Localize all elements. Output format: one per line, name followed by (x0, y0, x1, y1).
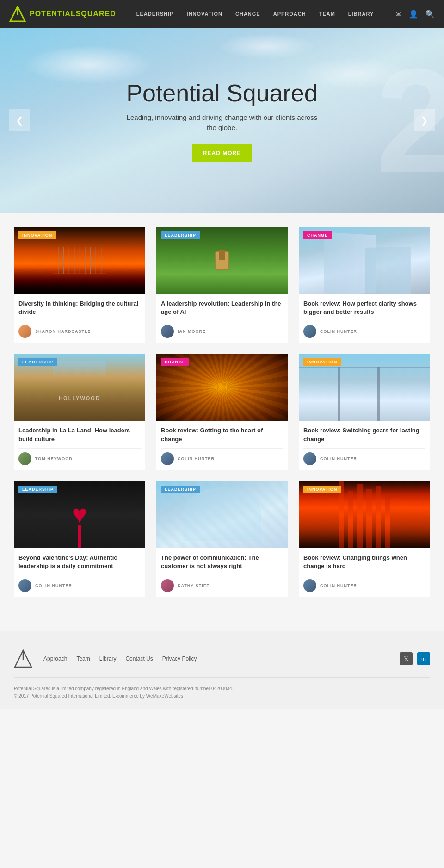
card-1-avatar (18, 325, 31, 338)
card-4-author-name: TOM HEYWOOD (35, 456, 73, 461)
card-5[interactable]: CHANGE Book review: Getting to the heart… (156, 354, 288, 469)
footer-link-library[interactable]: Library (99, 656, 117, 662)
hero-prev-button[interactable]: ❮ (9, 109, 30, 131)
card-4-avatar (18, 452, 31, 465)
card-9-tag: INNOVATION (303, 486, 341, 493)
card-8-body: The power of communication: The customer… (156, 548, 288, 597)
card-6-author: COLIN HUNTER (303, 448, 426, 465)
card-5-image: CHANGE (156, 354, 288, 421)
footer: Approach Team Library Contact Us Privacy… (0, 631, 444, 709)
card-3-image: CHANGE (299, 227, 430, 294)
twitter-icon[interactable]: 𝕏 (400, 652, 413, 665)
card-5-title: Book review: Getting to the heart of cha… (161, 426, 283, 443)
card-1-tag: INNOVATION (18, 231, 56, 239)
hero-cta-button[interactable]: READ MORE (192, 144, 252, 162)
card-1-title: Diversity in thinking: Bridging the cult… (18, 300, 141, 316)
card-4-image: HOLLYWOOD LEADERSHIP (14, 354, 145, 421)
nav-link-change[interactable]: CHANGE (229, 2, 267, 26)
nav-link-team[interactable]: TEAM (313, 2, 342, 26)
footer-link-approach[interactable]: Approach (43, 656, 67, 662)
hero-next-button[interactable]: ❯ (414, 109, 435, 131)
card-2-image: LEADERSHIP (156, 227, 288, 294)
footer-inner: Approach Team Library Contact Us Privacy… (14, 649, 430, 700)
footer-link-privacy[interactable]: Privacy Policy (162, 656, 197, 662)
card-4-author: TOM HEYWOOD (18, 448, 141, 465)
card-3-avatar (303, 325, 316, 338)
card-6-avatar (303, 452, 316, 465)
card-9-avatar (303, 579, 316, 592)
card-8-tag: LEADERSHIP (161, 486, 200, 493)
card-2[interactable]: LEADERSHIP A leadership revolution: Lead… (156, 227, 288, 343)
card-9-author-name: COLIN HUNTER (320, 583, 357, 588)
card-5-author: COLIN HUNTER (161, 448, 283, 465)
card-3-author: COLIN HUNTER (303, 321, 426, 338)
card-8-author: KATHY STIFF (161, 575, 283, 592)
card-1-body: Diversity in thinking: Bridging the cult… (14, 294, 145, 343)
card-2-avatar (161, 325, 174, 338)
card-1-image: INNOVATION (14, 227, 145, 294)
card-6[interactable]: INNOVATION Book review: Switching gears … (299, 354, 430, 469)
nav-link-approach[interactable]: APPROACH (267, 2, 313, 26)
hero-subtitle: Leading, innovating and driving change w… (125, 112, 319, 133)
footer-copyright-1: Potential Squared is a limited company r… (14, 685, 430, 693)
content-section: INNOVATION Diversity in thinking: Bridgi… (0, 227, 444, 626)
card-4-tag: LEADERSHIP (18, 358, 57, 366)
footer-link-contact[interactable]: Contact Us (125, 656, 153, 662)
card-2-author: IAN MOORE (161, 321, 283, 338)
card-7[interactable]: ♥ LEADERSHIP Beyond Valentine's Day: Aut… (14, 481, 145, 597)
card-8-title: The power of communication: The customer… (161, 554, 283, 570)
card-4-body: Leadership in La La Land: How leaders bu… (14, 421, 145, 469)
nav-link-library[interactable]: LIBRARY (342, 2, 380, 26)
card-8[interactable]: LEADERSHIP The power of communication: T… (156, 481, 288, 597)
footer-top: Approach Team Library Contact Us Privacy… (14, 649, 430, 668)
card-6-body: Book review: Switching gears for lasting… (299, 421, 430, 469)
cards-row-1: INNOVATION Diversity in thinking: Bridgi… (14, 227, 430, 343)
nav-links: LEADERSHIP INNOVATION CHANGE APPROACH TE… (130, 2, 395, 26)
card-3-body: Book review: How perfect clarity shows b… (299, 294, 430, 343)
card-2-tag: LEADERSHIP (161, 231, 200, 239)
user-icon[interactable]: 👤 (409, 10, 418, 19)
card-6-image: INNOVATION (299, 354, 430, 421)
card-7-avatar (18, 579, 31, 592)
hero-title: Potential Squared (125, 79, 319, 107)
card-2-author-name: IAN MOORE (178, 329, 206, 334)
card-3[interactable]: CHANGE Book review: How perfect clarity … (299, 227, 430, 343)
cards-row-2: HOLLYWOOD LEADERSHIP Leadership in La La… (14, 354, 430, 469)
card-4[interactable]: HOLLYWOOD LEADERSHIP Leadership in La La… (14, 354, 145, 469)
card-5-author-name: COLIN HUNTER (178, 456, 215, 461)
card-9-title: Book review: Changing things when change… (303, 554, 426, 570)
card-7-author-name: COLIN HUNTER (35, 583, 72, 588)
search-icon[interactable]: 🔍 (426, 10, 435, 19)
nav-link-innovation[interactable]: INNOVATION (180, 2, 229, 26)
card-4-title: Leadership in La La Land: How leaders bu… (18, 426, 141, 443)
card-3-tag: CHANGE (303, 231, 332, 239)
card-7-tag: LEADERSHIP (18, 486, 57, 493)
card-2-body: A leadership revolution: Leadership in t… (156, 294, 288, 343)
card-5-body: Book review: Getting to the heart of cha… (156, 421, 288, 469)
card-1[interactable]: INNOVATION Diversity in thinking: Bridgi… (14, 227, 145, 343)
footer-logo-icon (14, 649, 32, 668)
cards-row-3: ♥ LEADERSHIP Beyond Valentine's Day: Aut… (14, 481, 430, 597)
card-7-title: Beyond Valentine's Day: Authentic leader… (18, 554, 141, 570)
card-8-image: LEADERSHIP (156, 481, 288, 548)
card-1-author: SHARON HARDCASTLE (18, 321, 141, 338)
footer-link-team[interactable]: Team (76, 656, 90, 662)
footer-social: 𝕏 in (400, 652, 430, 665)
card-8-author-name: KATHY STIFF (178, 583, 210, 588)
mail-icon[interactable]: ✉ (395, 10, 401, 19)
logo-icon (9, 6, 26, 22)
card-7-image: ♥ LEADERSHIP (14, 481, 145, 548)
card-8-avatar (161, 579, 174, 592)
navigation: POTENTIALSQUARED LEADERSHIP INNOVATION C… (0, 0, 444, 28)
hero-content: Potential Squared Leading, innovating an… (125, 79, 319, 162)
footer-divider (14, 677, 430, 678)
nav-logo[interactable]: POTENTIALSQUARED (9, 6, 116, 22)
card-1-author-name: SHARON HARDCASTLE (35, 329, 91, 334)
card-2-title: A leadership revolution: Leadership in t… (161, 300, 283, 316)
card-6-tag: INNOVATION (303, 358, 341, 366)
linkedin-icon[interactable]: in (417, 652, 430, 665)
card-5-avatar (161, 452, 174, 465)
nav-link-leadership[interactable]: LEADERSHIP (130, 2, 180, 26)
hero-banner: 2 ❮ Potential Squared Leading, innovatin… (0, 28, 444, 213)
card-9[interactable]: INNOVATION Book review: Changing things … (299, 481, 430, 597)
